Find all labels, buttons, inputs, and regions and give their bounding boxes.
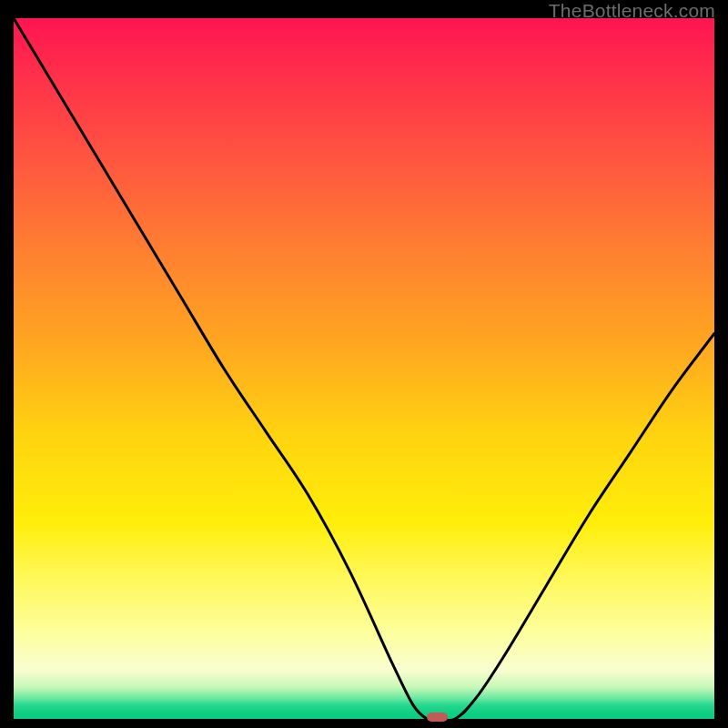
chart-frame xyxy=(14,18,714,719)
optimal-point-marker xyxy=(427,713,448,723)
bottleneck-curve xyxy=(14,18,714,719)
bottleneck-curve-path xyxy=(14,18,714,719)
